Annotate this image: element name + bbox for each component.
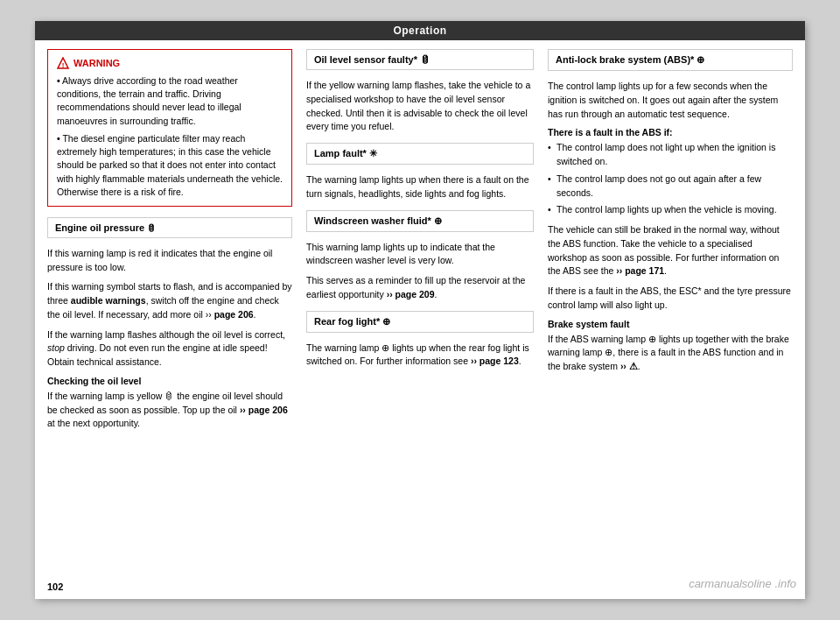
rear-fog-title: Rear fog light* ⊕ [314,316,526,328]
windscreen-icon: ⊕ [434,215,442,226]
windscreen-para2: This serves as a reminder to fill up the… [306,274,534,302]
warning-triangle-icon: ! [57,57,69,69]
abs-fault3: The control lamp lights up when the vehi… [548,203,793,217]
warning-label: WARNING [74,58,120,68]
abs-fault-heading: There is a fault in the ABS if: [548,127,793,137]
abs-fault2: The control lamp does not go out again a… [548,173,793,201]
engine-oil-para2: If this warning symbol starts to flash, … [47,280,292,321]
oil-sensor-icon: 🛢 [420,54,430,65]
abs-section: Anti-lock brake system (ABS)* ⊕ [548,49,793,71]
engine-oil-title: Engine oil pressure 🛢 [55,222,284,233]
brake-fault-para: If the ABS warning lamp ⊕ lights up toge… [548,333,793,374]
oil-sensor-para1: If the yellow warning lamp flashes, take… [306,79,534,134]
warning-bullet1: Always drive according to the road weath… [57,75,242,126]
left-column: ! WARNING • Always drive according to th… [47,49,292,431]
abs-para1: The control lamp lights up for a few sec… [548,80,793,121]
oil-sensor-section: Oil level sensor faulty* 🛢 [306,49,534,70]
middle-column: Oil level sensor faulty* 🛢 If the yellow… [306,49,534,431]
engine-oil-section: Engine oil pressure 🛢 [47,217,292,238]
svg-text:!: ! [62,61,65,69]
windscreen-title: Windscreen washer fluid* ⊕ [314,215,526,227]
page-header: Operation [35,21,805,40]
windscreen-section: Windscreen washer fluid* ⊕ [306,210,534,232]
engine-oil-icon: 🛢 [147,223,156,233]
oil-sensor-title: Oil level sensor faulty* 🛢 [314,54,526,65]
page-number: 102 [47,581,63,592]
lamp-fault-para1: The warning lamp lights up when there is… [306,173,534,201]
rear-fog-para1: The warning lamp ⊕ lights up when the re… [306,342,534,370]
warning-box: ! WARNING • Always drive according to th… [47,49,292,207]
header-title: Operation [393,25,446,37]
lamp-fault-icon: ✳ [369,148,377,159]
warning-bullet2: The diesel engine particulate filter may… [57,133,283,197]
abs-fault-list: The control lamp does not light up when … [548,141,793,217]
windscreen-para1: This warning lamp lights up to indicate … [306,241,534,269]
rear-fog-section: Rear fog light* ⊕ [306,311,534,333]
abs-para2: The vehicle can still be braked in the n… [548,223,793,278]
warning-body: • Always drive according to the road wea… [57,74,283,199]
lamp-fault-title: Lamp fault* ✳ [314,148,526,159]
abs-fault1: The control lamp does not light up when … [548,141,793,169]
lamp-fault-section: Lamp fault* ✳ [306,143,534,165]
page: Operation ! WARNING • Always drive accor… [35,21,805,599]
engine-oil-para1: If this warning lamp is red it indicates… [47,247,292,275]
engine-oil-para3: If the warning lamp flashes although the… [47,328,292,370]
abs-para3: If there is a fault in the ABS, the ESC*… [548,285,793,313]
abs-icon: ⊕ [696,54,704,65]
check-oil-heading: Checking the oil level [47,376,292,386]
page-ref-1 [206,309,214,320]
check-oil-para: If the warning lamp is yellow 🛢 the engi… [47,390,292,431]
abs-title: Anti-lock brake system (ABS)* ⊕ [556,54,785,66]
warning-title: ! WARNING [57,57,283,69]
right-column: Anti-lock brake system (ABS)* ⊕ The cont… [548,49,793,431]
watermark: carmanualsoline .info [689,577,796,590]
brake-fault-heading: Brake system fault [548,319,793,329]
rear-fog-icon: ⊕ [382,316,390,327]
